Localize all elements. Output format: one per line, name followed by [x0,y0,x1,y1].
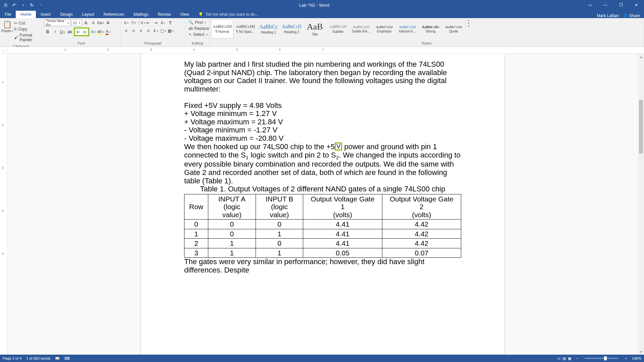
font-size-combo[interactable]: 12▾ [71,19,82,26]
tab-selector-icon[interactable]: ∟ [0,47,7,53]
autosave-icon[interactable]: ⎘ [3,2,9,8]
share-button[interactable]: 👤 Share [623,13,640,18]
vertical-ruler[interactable]: 12345 [0,54,7,355]
line-spacing-icon[interactable]: ⇕▾ [152,27,159,34]
paste-button[interactable]: 📋Paste▾ [1,19,13,33]
close-icon[interactable]: ✕ [629,0,644,10]
read-mode-icon[interactable]: ▭ [557,356,560,361]
format-painter-button[interactable]: 🖌Format Painter [14,33,39,42]
italic-button[interactable]: I [52,28,58,35]
scroll-track[interactable] [638,60,644,349]
clear-formatting-icon[interactable]: A̷ [105,19,111,26]
tab-file[interactable]: File [0,11,16,18]
tab-view[interactable]: View [176,11,194,18]
bullets-icon[interactable]: ≡▾ [123,19,129,26]
align-center-icon[interactable]: ≡ [130,27,137,34]
zoom-level[interactable]: 140% [632,356,641,360]
tab-insert[interactable]: Insert [36,11,55,18]
user-name[interactable]: Mark LaBarr [597,13,619,18]
spellcheck-icon[interactable]: 📖 [55,356,60,361]
zoom-slider[interactable] [585,358,618,359]
status-words[interactable]: 1 of 662 words [26,356,50,360]
voltage-line: - Voltage maximum = -20.80 V [184,134,461,143]
ribbon-display-icon[interactable]: ▭ [582,0,598,10]
tab-design[interactable]: Design [55,11,77,18]
style-heading-2[interactable]: AaBbCcDHeading 2 [280,19,303,39]
table-header: Output Voltage Gate 1(volts) [303,194,382,220]
undo-dropdown-icon[interactable]: ▾ [20,2,26,8]
replace-button[interactable]: abReplace [189,26,209,31]
increase-indent-icon[interactable]: ⇥ [152,19,159,26]
font-color-icon[interactable]: A▾ [105,28,111,35]
status-page[interactable]: Page 2 of 4 [3,356,21,360]
style-strong[interactable]: AaBbCcDcStrong [419,19,442,39]
style-heading-1[interactable]: AaBbCcHeading 1 [257,19,280,39]
align-left-icon[interactable]: ≡ [123,27,129,34]
style-title[interactable]: AaBTitle [304,19,326,39]
table-header: Row [184,194,208,220]
tab-home[interactable]: Home [16,11,36,18]
tell-me-search[interactable]: 💡Tell me what you want to do... [194,11,593,18]
table-caption: Table 1. Output Voltages of 2 different … [184,185,461,193]
redo-icon[interactable]: ↻ [29,2,35,8]
style-emphasis[interactable]: AaBbCcDdEmphasis [373,19,395,39]
maximize-icon[interactable]: ❐ [613,0,629,10]
scroll-thumb[interactable] [639,100,643,154]
style-subtle-em-[interactable]: AaBbCcDdSubtle Em... [350,19,372,39]
qat-customize-icon[interactable]: ⁼ [38,2,44,8]
zoom-in-icon[interactable]: + [625,356,627,360]
web-layout-icon[interactable]: ▦ [568,356,571,361]
zoom-thumb[interactable] [604,356,607,360]
document-page[interactable]: My lab partner and I first studied the p… [141,54,504,355]
style--no-spac-[interactable]: AaBbCcDd¶ No Spac... [234,19,257,39]
voltage-list: Fixed +5V supply = 4.98 Volts+ Voltage m… [184,102,461,143]
sort-icon[interactable]: A↓ [160,19,166,26]
grow-font-icon[interactable]: A [83,19,89,26]
status-language-icon[interactable]: ⌨ [64,356,70,361]
style--normal[interactable]: AaBbCcDd¶ Normal [211,19,233,39]
align-right-icon[interactable]: ≡ [138,27,144,34]
horizontal-ruler[interactable]: ∟ 1234567 [0,47,644,54]
cut-button[interactable]: ✂Cut [14,21,39,25]
numbering-icon[interactable]: ⅟▾ [130,19,137,26]
font-name-combo[interactable]: Times New Ro▾ [44,19,70,26]
show-marks-icon[interactable]: ¶ [167,19,174,26]
shading-icon[interactable]: ▢▾ [160,27,166,34]
table-row: 0004.414.42 [184,220,461,229]
style-intense-e-[interactable]: AaBbCcDdIntense E... [396,19,419,39]
find-button[interactable]: 🔍Find▾ [189,20,206,25]
subscript-button[interactable]: x2 [75,28,82,35]
strikethrough-button[interactable]: ab [66,28,73,35]
text-effects-icon[interactable]: A▾ [90,28,97,35]
style-subtitle[interactable]: AaBbCcDSubtitle [327,19,349,39]
change-case-icon[interactable]: Aa▾ [97,19,104,26]
table-row: 2104.414.42 [184,239,461,248]
borders-icon[interactable]: ▦▾ [167,27,174,34]
shrink-font-icon[interactable]: A [90,19,97,26]
tab-review[interactable]: Review [153,11,175,18]
tab-layout[interactable]: Layout [77,11,99,18]
select-button[interactable]: ↖Select▾ [189,32,208,37]
print-layout-icon[interactable]: ▤ [562,356,566,361]
copy-button[interactable]: ⎘Copy [14,27,39,32]
style-quote[interactable]: AaBbCcDdQuote [442,19,465,39]
styles-more-button[interactable]: ▴▾⊽ [465,19,471,28]
zoom-out-icon[interactable]: − [576,356,578,360]
selected-text[interactable]: V [335,142,342,150]
bold-button[interactable]: B [44,28,51,35]
superscript-button[interactable]: x2 [82,28,88,35]
tab-references[interactable]: References [99,11,129,18]
justify-icon[interactable]: ≡ [145,27,152,34]
vertical-scrollbar[interactable]: ▴ ▾ [638,54,644,355]
minimize-icon[interactable]: — [598,0,613,10]
decrease-indent-icon[interactable]: ⇤ [145,19,152,26]
group-label-font: Font [44,41,119,46]
undo-icon[interactable]: ↶ [11,2,17,8]
scroll-up-icon[interactable]: ▴ [638,54,644,60]
underline-button[interactable]: U▾ [59,28,66,35]
scroll-down-icon[interactable]: ▾ [638,349,644,355]
tab-mailings[interactable]: Mailings [129,11,153,18]
group-clipboard: 📋Paste▾ ✂Cut ⎘Copy 🖌Format Painter Clipb… [0,18,42,47]
highlight-color-icon[interactable]: ab▾ [97,28,104,35]
multilevel-list-icon[interactable]: ⋮≡▾ [138,19,144,26]
